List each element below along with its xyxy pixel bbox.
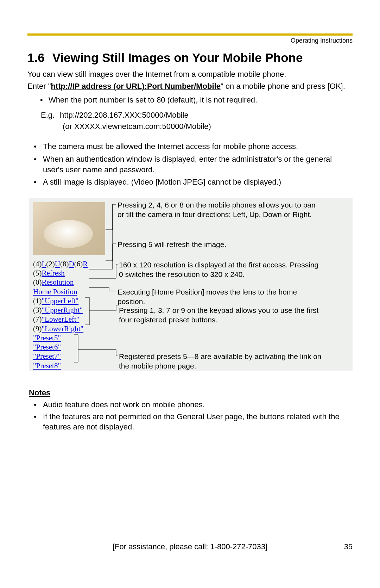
nav-left[interactable]: L [42,260,46,268]
port-note: When the port number is set to 80 (defau… [27,95,353,105]
phone-screen: (4)L(2)U(8)D(6)R (5)Refresh (0)Resolutio… [33,202,107,370]
section-heading: 1.6Viewing Still Images on Your Mobile P… [27,51,353,65]
footer-assistance: [For assistance, please call: 1-800-272-… [27,542,353,551]
refresh-link[interactable]: Refresh [42,269,65,277]
nav-up[interactable]: U [55,260,60,268]
example-line1: http://202.208.167.XXX:50000/Mobile [60,111,189,119]
resolution-row: (0)Resolution [33,278,107,287]
nav-row: (4)L(2)U(8)D(6)R [33,259,107,268]
home-row: Home Position [33,287,107,296]
preset-link[interactable]: "LowerRight" [42,324,84,333]
callout-presets-5-8: Registered presets 5—8 are available by … [119,352,323,371]
section-number: 1.6 [27,51,45,65]
preset-row: (1)"UpperLeft" [33,296,107,305]
camera-image [33,202,105,255]
nav-8: (8) [60,260,69,268]
preset-row: (7)"LowerLeft" [33,315,107,324]
preset-row: "Preset5" [33,333,107,342]
preset-link[interactable]: "Preset6" [33,343,61,351]
bullet-item: The camera must be allowed the Internet … [27,141,353,152]
example-line2: (or XXXXX.viewnetcam.com:50000/Mobile) [63,121,353,132]
example-label: E.g. [41,110,60,121]
preset-row: "Preset8" [33,361,107,370]
bullet-item: A still image is displayed. (Video [Moti… [27,177,353,187]
callout-presets-1-9: Pressing 1, 3, 7 or 9 on the keypad allo… [119,305,323,325]
refresh-prefix: (5) [33,269,42,277]
preset-prefix: (3) [33,306,42,314]
main-bullets: The camera must be allowed the Internet … [27,141,353,187]
nav-4: (4) [33,260,42,268]
note-item: Audio feature does not work on mobile ph… [27,400,353,410]
header-label: Operating Instructions [27,37,353,44]
preset-prefix: (9) [33,324,42,333]
phone-menu: (4)L(2)U(8)D(6)R (5)Refresh (0)Resolutio… [33,259,107,370]
home-position-link[interactable]: Home Position [33,287,77,296]
intro-enter: Enter "http://IP address (or URL):Port N… [27,81,353,92]
intro-enter-prefix: Enter " [27,82,51,91]
preset-prefix: (7) [33,315,42,323]
preset-prefix: (1) [33,297,42,305]
example-url: http://IP address (or URL):Port Number/M… [51,82,221,91]
page-footer: [For assistance, please call: 1-800-272-… [27,542,353,551]
resolution-prefix: (0) [33,278,42,286]
section-title: Viewing Still Images on Your Mobile Phon… [52,51,303,64]
preset-row: "Preset6" [33,342,107,352]
notes-heading: Notes [29,388,353,397]
refresh-row: (5)Refresh [33,268,107,278]
preset-row: (3)"UpperRight" [33,305,107,315]
note-item: If the features are not permitted on the… [27,411,353,432]
intro-enter-suffix: " on a mobile phone and press [OK]. [221,82,345,91]
preset-row: "Preset7" [33,352,107,361]
nav-2: (2) [46,260,55,268]
notes-list: Audio feature does not work on mobile ph… [27,400,353,432]
mobile-diagram: (4)L(2)U(8)D(6)R (5)Refresh (0)Resolutio… [29,198,353,371]
resolution-link[interactable]: Resolution [42,278,74,286]
bullet-item: When an authentication window is display… [27,154,353,175]
nav-6: (6) [74,260,83,268]
callout-resolution: 160 x 120 resolution is displayed at the… [119,260,323,279]
preset-link[interactable]: "LowerLeft" [42,315,80,323]
preset-link[interactable]: "Preset7" [33,352,61,360]
intro-line1: You can view still images over the Inter… [27,69,353,80]
preset-link[interactable]: "UpperRight" [42,306,83,314]
preset-link[interactable]: "Preset5" [33,334,61,342]
callout-home: Executing [Home Position] moves the lens… [118,287,322,307]
callout-refresh: Pressing 5 will refresh the image. [118,240,322,249]
page-number: 35 [344,542,353,551]
preset-link[interactable]: "UpperLeft" [42,297,79,305]
example-block: E.g.http://202.208.167.XXX:50000/Mobile … [41,110,353,132]
nav-down[interactable]: D [69,260,74,268]
preset-row: (9)"LowerRight" [33,324,107,333]
preset-link[interactable]: "Preset8" [33,361,61,370]
nav-right[interactable]: R [83,260,88,268]
callout-pan-tilt: Pressing 2, 4, 6 or 8 on the mobile phon… [118,200,322,219]
